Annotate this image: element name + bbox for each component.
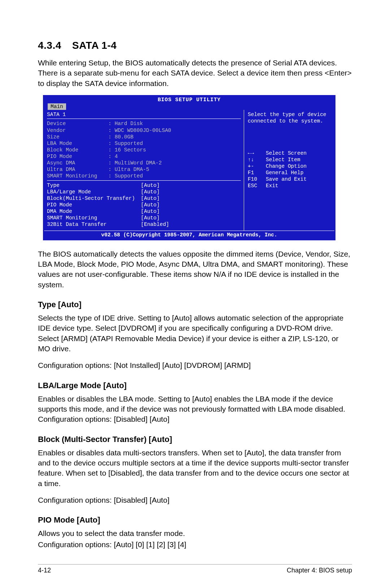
bios-nav-row: ←→Select Screen: [248, 150, 332, 156]
block-paragraph-2: Configuration options: [Disabled] [Auto]: [38, 495, 352, 505]
bios-info-row: Device: Hard Disk: [47, 120, 241, 127]
arrows-ud-icon: ↑↓: [248, 156, 266, 163]
bios-option-row: LBA/Large Mode[Auto]: [47, 189, 241, 195]
page-number: 4-12: [38, 567, 51, 574]
bios-setup-screenshot: BIOS SETUP UTILITY Main SATA 1 Device: H…: [43, 95, 335, 240]
section-number: 4.3.4: [38, 40, 61, 51]
bios-info-row: Async DMA: MultiWord DMA-2: [47, 160, 241, 166]
bios-info-row: Block Mode: 16 Sectors: [47, 147, 241, 153]
manual-page: 4.3.4SATA 1-4 While entering Setup, the …: [0, 0, 390, 588]
page-footer: 4-12 Chapter 4: BIOS setup: [38, 564, 352, 574]
bios-divider: [47, 180, 241, 181]
chapter-label: Chapter 4: BIOS setup: [287, 567, 352, 574]
block-paragraph-1: Enables or disables data multi-sectors t…: [38, 448, 352, 489]
section-heading: 4.3.4SATA 1-4: [38, 40, 352, 51]
bios-info-row: PIO Mode: 4: [47, 153, 241, 160]
bios-nav-row: F10Save and Exit: [248, 176, 332, 183]
bios-divider: [47, 119, 241, 119]
bios-info-row: SMART Monitoring: Supported: [47, 173, 241, 179]
bios-nav-row: F1General Help: [248, 169, 332, 176]
bios-nav-row: +-Change Option: [248, 163, 332, 169]
pio-paragraph-1: Allows you to select the data transfer m…: [38, 528, 352, 538]
bios-info-table: Device: Hard Disk Vendor: WDC WD800JD-00…: [47, 120, 241, 179]
type-paragraph-1: Selects the type of IDE drive. Setting t…: [38, 313, 352, 354]
arrows-lr-icon: ←→: [248, 150, 266, 156]
bios-option-row: 32Bit Data Transfer[Enabled]: [47, 221, 241, 228]
intro-paragraph: While entering Setup, the BIOS automatic…: [38, 58, 352, 89]
bios-panel-title: SATA 1: [47, 111, 241, 118]
subheading-type: Type [Auto]: [38, 300, 352, 309]
type-paragraph-2: Configuration options: [Not Installed] […: [38, 360, 352, 370]
bios-footer: v02.58 (C)Copyright 1985-2007, American …: [44, 231, 334, 239]
lba-paragraph: Enables or disables the LBA mode. Settin…: [38, 394, 352, 425]
bios-option-row: Block(Multi-Sector Transfer)[Auto]: [47, 195, 241, 202]
after-bios-paragraph: The BIOS automatically detects the value…: [38, 249, 352, 290]
bios-option-row: DMA Mode[Auto]: [47, 208, 241, 215]
bios-utility-title: BIOS SETUP UTILITY: [44, 96, 334, 103]
bios-option-row: SMART Monitoring[Auto]: [47, 215, 241, 221]
bios-info-row: Vendor: WDC WD800JD-00LSA0: [47, 127, 241, 134]
bios-nav-row: ESCExit: [248, 183, 332, 189]
bios-right-panel: Select the type of device connected to t…: [244, 110, 334, 231]
bios-info-row: Size: 80.0GB: [47, 134, 241, 140]
bios-info-row: LBA Mode: Supported: [47, 140, 241, 147]
pio-paragraph-2: Configuration options: [Auto] [0] [1] [2…: [38, 540, 352, 550]
bios-help-text: Select the type of device connected to t…: [248, 111, 332, 124]
bios-option-row: PIO Mode[Auto]: [47, 202, 241, 208]
subheading-block: Block (Multi-Sector Transfer) [Auto]: [38, 435, 352, 444]
bios-options-table: Type[Auto] LBA/Large Mode[Auto] Block(Mu…: [47, 182, 241, 228]
section-title-text: SATA 1-4: [72, 40, 117, 51]
bios-left-panel: SATA 1 Device: Hard Disk Vendor: WDC WD8…: [44, 110, 244, 231]
subheading-pio: PIO Mode [Auto]: [38, 515, 352, 525]
bios-nav-table: ←→Select Screen ↑↓Select Item +-Change O…: [248, 150, 332, 189]
subheading-lba: LBA/Large Mode [Auto]: [38, 381, 352, 390]
bios-info-row: Ultra DMA: Ultra DMA-5: [47, 166, 241, 173]
bios-nav-row: ↑↓Select Item: [248, 156, 332, 163]
bios-tab-row: Main: [44, 103, 334, 110]
bios-tab-main: Main: [48, 103, 66, 110]
bios-body: SATA 1 Device: Hard Disk Vendor: WDC WD8…: [44, 110, 334, 231]
bios-option-row: Type[Auto]: [47, 182, 241, 189]
